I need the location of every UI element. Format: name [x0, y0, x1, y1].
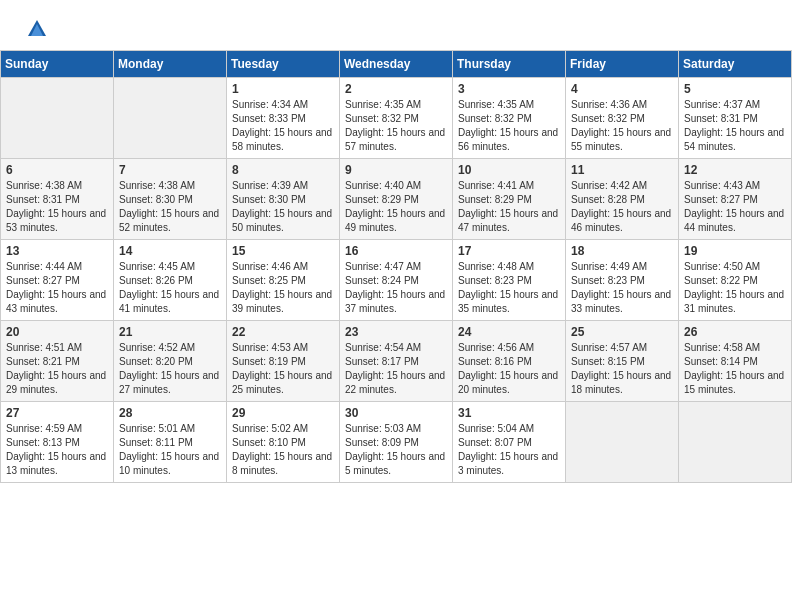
day-of-week-header: Friday [566, 51, 679, 78]
day-info: Sunrise: 4:56 AM Sunset: 8:16 PM Dayligh… [458, 341, 560, 397]
day-number: 30 [345, 406, 447, 420]
calendar-cell [679, 402, 792, 483]
logo-icon [26, 18, 48, 40]
calendar-cell: 30Sunrise: 5:03 AM Sunset: 8:09 PM Dayli… [340, 402, 453, 483]
calendar-cell: 19Sunrise: 4:50 AM Sunset: 8:22 PM Dayli… [679, 240, 792, 321]
calendar-cell: 27Sunrise: 4:59 AM Sunset: 8:13 PM Dayli… [1, 402, 114, 483]
calendar-cell: 8Sunrise: 4:39 AM Sunset: 8:30 PM Daylig… [227, 159, 340, 240]
calendar-week-row: 1Sunrise: 4:34 AM Sunset: 8:33 PM Daylig… [1, 78, 792, 159]
day-of-week-header: Thursday [453, 51, 566, 78]
calendar-cell [114, 78, 227, 159]
day-number: 10 [458, 163, 560, 177]
day-info: Sunrise: 4:58 AM Sunset: 8:14 PM Dayligh… [684, 341, 786, 397]
day-number: 20 [6, 325, 108, 339]
calendar-cell: 5Sunrise: 4:37 AM Sunset: 8:31 PM Daylig… [679, 78, 792, 159]
day-info: Sunrise: 4:41 AM Sunset: 8:29 PM Dayligh… [458, 179, 560, 235]
day-info: Sunrise: 4:45 AM Sunset: 8:26 PM Dayligh… [119, 260, 221, 316]
page-header [0, 0, 792, 46]
day-info: Sunrise: 4:53 AM Sunset: 8:19 PM Dayligh… [232, 341, 334, 397]
calendar-cell: 28Sunrise: 5:01 AM Sunset: 8:11 PM Dayli… [114, 402, 227, 483]
day-info: Sunrise: 4:42 AM Sunset: 8:28 PM Dayligh… [571, 179, 673, 235]
day-info: Sunrise: 4:46 AM Sunset: 8:25 PM Dayligh… [232, 260, 334, 316]
day-number: 18 [571, 244, 673, 258]
calendar-week-row: 6Sunrise: 4:38 AM Sunset: 8:31 PM Daylig… [1, 159, 792, 240]
day-number: 17 [458, 244, 560, 258]
day-info: Sunrise: 4:44 AM Sunset: 8:27 PM Dayligh… [6, 260, 108, 316]
calendar-header: SundayMondayTuesdayWednesdayThursdayFrid… [1, 51, 792, 78]
day-number: 16 [345, 244, 447, 258]
calendar-week-row: 27Sunrise: 4:59 AM Sunset: 8:13 PM Dayli… [1, 402, 792, 483]
day-info: Sunrise: 4:40 AM Sunset: 8:29 PM Dayligh… [345, 179, 447, 235]
calendar-cell: 15Sunrise: 4:46 AM Sunset: 8:25 PM Dayli… [227, 240, 340, 321]
day-number: 24 [458, 325, 560, 339]
calendar-cell: 17Sunrise: 4:48 AM Sunset: 8:23 PM Dayli… [453, 240, 566, 321]
calendar-table: SundayMondayTuesdayWednesdayThursdayFrid… [0, 50, 792, 483]
calendar-cell: 14Sunrise: 4:45 AM Sunset: 8:26 PM Dayli… [114, 240, 227, 321]
day-number: 25 [571, 325, 673, 339]
calendar-cell: 21Sunrise: 4:52 AM Sunset: 8:20 PM Dayli… [114, 321, 227, 402]
day-of-week-header: Sunday [1, 51, 114, 78]
day-number: 27 [6, 406, 108, 420]
day-info: Sunrise: 4:52 AM Sunset: 8:20 PM Dayligh… [119, 341, 221, 397]
day-info: Sunrise: 5:02 AM Sunset: 8:10 PM Dayligh… [232, 422, 334, 478]
day-info: Sunrise: 4:50 AM Sunset: 8:22 PM Dayligh… [684, 260, 786, 316]
day-number: 7 [119, 163, 221, 177]
calendar-cell: 9Sunrise: 4:40 AM Sunset: 8:29 PM Daylig… [340, 159, 453, 240]
day-number: 15 [232, 244, 334, 258]
calendar-week-row: 20Sunrise: 4:51 AM Sunset: 8:21 PM Dayli… [1, 321, 792, 402]
day-info: Sunrise: 4:48 AM Sunset: 8:23 PM Dayligh… [458, 260, 560, 316]
day-number: 14 [119, 244, 221, 258]
calendar-cell: 12Sunrise: 4:43 AM Sunset: 8:27 PM Dayli… [679, 159, 792, 240]
logo [24, 18, 48, 40]
day-info: Sunrise: 4:59 AM Sunset: 8:13 PM Dayligh… [6, 422, 108, 478]
day-info: Sunrise: 4:54 AM Sunset: 8:17 PM Dayligh… [345, 341, 447, 397]
day-number: 21 [119, 325, 221, 339]
day-number: 13 [6, 244, 108, 258]
day-info: Sunrise: 4:43 AM Sunset: 8:27 PM Dayligh… [684, 179, 786, 235]
day-info: Sunrise: 4:51 AM Sunset: 8:21 PM Dayligh… [6, 341, 108, 397]
calendar-cell [1, 78, 114, 159]
calendar-week-row: 13Sunrise: 4:44 AM Sunset: 8:27 PM Dayli… [1, 240, 792, 321]
calendar-cell: 22Sunrise: 4:53 AM Sunset: 8:19 PM Dayli… [227, 321, 340, 402]
calendar-cell: 29Sunrise: 5:02 AM Sunset: 8:10 PM Dayli… [227, 402, 340, 483]
calendar-cell: 6Sunrise: 4:38 AM Sunset: 8:31 PM Daylig… [1, 159, 114, 240]
calendar-cell: 31Sunrise: 5:04 AM Sunset: 8:07 PM Dayli… [453, 402, 566, 483]
day-info: Sunrise: 4:49 AM Sunset: 8:23 PM Dayligh… [571, 260, 673, 316]
calendar-cell: 25Sunrise: 4:57 AM Sunset: 8:15 PM Dayli… [566, 321, 679, 402]
calendar-cell: 11Sunrise: 4:42 AM Sunset: 8:28 PM Dayli… [566, 159, 679, 240]
day-number: 4 [571, 82, 673, 96]
calendar-cell: 13Sunrise: 4:44 AM Sunset: 8:27 PM Dayli… [1, 240, 114, 321]
day-number: 12 [684, 163, 786, 177]
calendar-cell: 20Sunrise: 4:51 AM Sunset: 8:21 PM Dayli… [1, 321, 114, 402]
calendar-cell: 1Sunrise: 4:34 AM Sunset: 8:33 PM Daylig… [227, 78, 340, 159]
day-number: 29 [232, 406, 334, 420]
day-info: Sunrise: 5:03 AM Sunset: 8:09 PM Dayligh… [345, 422, 447, 478]
day-number: 31 [458, 406, 560, 420]
day-of-week-header: Wednesday [340, 51, 453, 78]
day-info: Sunrise: 4:37 AM Sunset: 8:31 PM Dayligh… [684, 98, 786, 154]
day-number: 22 [232, 325, 334, 339]
calendar-cell: 3Sunrise: 4:35 AM Sunset: 8:32 PM Daylig… [453, 78, 566, 159]
day-info: Sunrise: 4:34 AM Sunset: 8:33 PM Dayligh… [232, 98, 334, 154]
calendar-cell: 10Sunrise: 4:41 AM Sunset: 8:29 PM Dayli… [453, 159, 566, 240]
day-number: 1 [232, 82, 334, 96]
day-number: 9 [345, 163, 447, 177]
day-number: 11 [571, 163, 673, 177]
day-of-week-header: Tuesday [227, 51, 340, 78]
calendar-cell: 18Sunrise: 4:49 AM Sunset: 8:23 PM Dayli… [566, 240, 679, 321]
calendar-cell: 16Sunrise: 4:47 AM Sunset: 8:24 PM Dayli… [340, 240, 453, 321]
day-info: Sunrise: 4:38 AM Sunset: 8:30 PM Dayligh… [119, 179, 221, 235]
day-number: 23 [345, 325, 447, 339]
day-number: 5 [684, 82, 786, 96]
day-of-week-header: Saturday [679, 51, 792, 78]
calendar-cell: 24Sunrise: 4:56 AM Sunset: 8:16 PM Dayli… [453, 321, 566, 402]
day-info: Sunrise: 4:35 AM Sunset: 8:32 PM Dayligh… [345, 98, 447, 154]
day-number: 26 [684, 325, 786, 339]
day-info: Sunrise: 4:36 AM Sunset: 8:32 PM Dayligh… [571, 98, 673, 154]
day-of-week-header: Monday [114, 51, 227, 78]
day-info: Sunrise: 4:39 AM Sunset: 8:30 PM Dayligh… [232, 179, 334, 235]
day-info: Sunrise: 5:04 AM Sunset: 8:07 PM Dayligh… [458, 422, 560, 478]
day-info: Sunrise: 4:38 AM Sunset: 8:31 PM Dayligh… [6, 179, 108, 235]
day-number: 3 [458, 82, 560, 96]
day-info: Sunrise: 4:57 AM Sunset: 8:15 PM Dayligh… [571, 341, 673, 397]
